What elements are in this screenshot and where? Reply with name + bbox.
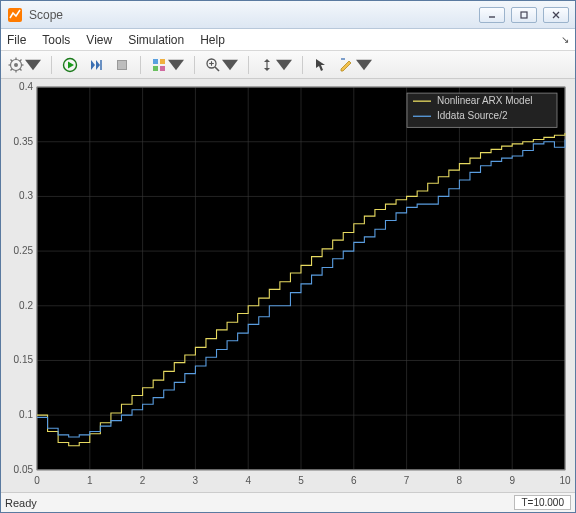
plot-area[interactable]: 0123456789100.050.10.150.20.250.30.350.4… <box>1 79 575 492</box>
app-icon <box>7 7 23 23</box>
window-title: Scope <box>29 8 479 22</box>
dock-corner-icon[interactable]: ↘ <box>561 34 569 45</box>
svg-text:0.1: 0.1 <box>19 409 33 420</box>
svg-line-10 <box>20 68 22 70</box>
svg-text:0.2: 0.2 <box>19 300 33 311</box>
minimize-button[interactable] <box>479 7 505 23</box>
stop-button[interactable] <box>111 54 133 76</box>
svg-text:7: 7 <box>404 475 410 486</box>
svg-text:0.4: 0.4 <box>19 81 33 92</box>
cursor-measure-button[interactable] <box>310 54 332 76</box>
menu-file[interactable]: File <box>7 33 26 47</box>
svg-text:9: 9 <box>509 475 515 486</box>
svg-rect-19 <box>160 66 165 71</box>
svg-text:0.3: 0.3 <box>19 190 33 201</box>
menu-help[interactable]: Help <box>200 33 225 47</box>
svg-text:0.15: 0.15 <box>14 354 34 365</box>
svg-line-9 <box>11 59 13 61</box>
titlebar[interactable]: Scope <box>1 1 575 29</box>
svg-rect-18 <box>153 66 158 71</box>
window-buttons <box>479 7 569 23</box>
svg-text:10: 10 <box>559 475 571 486</box>
zoom-button[interactable] <box>202 54 241 76</box>
svg-rect-16 <box>153 59 158 64</box>
svg-text:4: 4 <box>245 475 251 486</box>
svg-text:Nonlinear ARX Model: Nonlinear ARX Model <box>437 95 532 106</box>
svg-text:1: 1 <box>87 475 93 486</box>
settings-button[interactable] <box>5 54 44 76</box>
close-button[interactable] <box>543 7 569 23</box>
svg-rect-15 <box>118 60 127 69</box>
svg-text:3: 3 <box>193 475 199 486</box>
menu-simulation[interactable]: Simulation <box>128 33 184 47</box>
svg-text:6: 6 <box>351 475 357 486</box>
svg-text:0.35: 0.35 <box>14 136 34 147</box>
step-forward-button[interactable] <box>85 54 107 76</box>
menu-view[interactable]: View <box>86 33 112 47</box>
menu-tools[interactable]: Tools <box>42 33 70 47</box>
scope-window: Scope File Tools View Simulation Help ↘ <box>0 0 576 513</box>
svg-text:0: 0 <box>34 475 40 486</box>
statusbar: Ready T=10.000 <box>1 492 575 512</box>
menubar: File Tools View Simulation Help ↘ <box>1 29 575 51</box>
scale-axes-button[interactable] <box>256 54 295 76</box>
status-ready: Ready <box>5 497 37 509</box>
highlight-button[interactable] <box>148 54 187 76</box>
svg-line-21 <box>215 67 219 71</box>
svg-text:8: 8 <box>457 475 463 486</box>
svg-line-12 <box>11 68 13 70</box>
status-time: T=10.000 <box>514 495 571 510</box>
run-button[interactable] <box>59 54 81 76</box>
svg-line-11 <box>20 59 22 61</box>
svg-rect-2 <box>521 12 527 18</box>
svg-rect-17 <box>160 59 165 64</box>
svg-text:5: 5 <box>298 475 304 486</box>
svg-point-4 <box>14 63 18 67</box>
svg-text:0.05: 0.05 <box>14 464 34 475</box>
svg-text:2: 2 <box>140 475 146 486</box>
toolbar <box>1 51 575 79</box>
maximize-button[interactable] <box>511 7 537 23</box>
annotate-button[interactable] <box>336 54 375 76</box>
svg-text:Iddata Source/2: Iddata Source/2 <box>437 110 508 121</box>
svg-text:0.25: 0.25 <box>14 245 34 256</box>
